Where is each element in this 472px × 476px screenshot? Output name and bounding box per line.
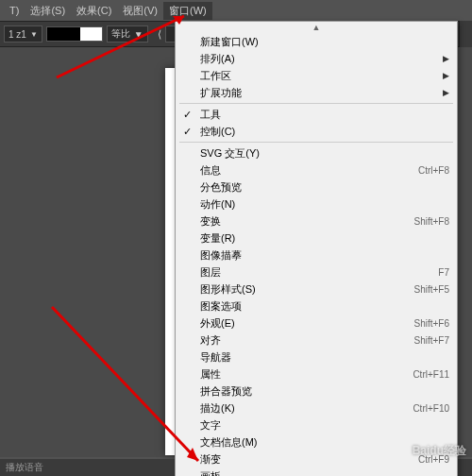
menu-shortcut: Shift+F5: [413, 284, 449, 295]
scroll-up-icon[interactable]: ▲: [176, 22, 457, 33]
menu-item-label: 工具: [200, 108, 449, 122]
menu-item[interactable]: 文字: [176, 416, 457, 434]
menu-shortcut: F7: [438, 267, 449, 278]
menu-item-label: 变换: [200, 214, 413, 229]
menu-item-label: SVG 交互(Y): [200, 146, 449, 161]
menu-item-label: 文字: [200, 418, 449, 433]
menu-item-label: 工作区: [200, 69, 443, 83]
status-text: 播放语音: [6, 461, 43, 474]
menu-item-label: 排列(A): [200, 52, 443, 66]
points-prefix: ⟨: [158, 28, 161, 41]
menu-item[interactable]: 动作(N): [176, 196, 457, 212]
menu-item-label: 对齐: [200, 333, 413, 348]
menu-item[interactable]: ✓控制(C): [176, 123, 457, 140]
menu-separator: [179, 103, 453, 104]
menu-shortcut: Shift+F6: [413, 318, 449, 329]
menu-item-label: 扩展功能: [200, 86, 443, 100]
menu-item[interactable]: 画板: [176, 468, 457, 476]
menu-item-label: 图案选项: [200, 299, 449, 314]
chevron-down-icon: ▼: [30, 30, 38, 39]
menu-item-label: 拼合器预览: [200, 384, 449, 399]
menu-shortcut: Ctrl+F10: [413, 403, 449, 414]
window-menu-dropdown: ▲ 新建窗口(W)排列(A)▶工作区▶扩展功能▶✓工具✓控制(C)SVG 交互(…: [175, 21, 458, 476]
menu-shortcut: Shift+F8: [413, 216, 449, 227]
menu-item[interactable]: 导航器: [176, 348, 457, 366]
menu-item[interactable]: 变量(R): [176, 230, 457, 246]
menu-item[interactable]: 工作区▶: [176, 67, 457, 84]
zoom-value: 1 z1: [8, 29, 26, 40]
menu-select[interactable]: 选择(S): [25, 2, 71, 20]
check-icon: ✓: [183, 126, 192, 138]
menu-item-label: 新建窗口(W): [200, 35, 449, 49]
menu-separator: [179, 142, 453, 143]
menu-effect[interactable]: 效果(C): [71, 2, 117, 20]
menu-item[interactable]: 扩展功能▶: [176, 84, 457, 101]
menu-view[interactable]: 视图(V): [117, 2, 163, 20]
menu-item-label: 变量(R): [200, 231, 449, 246]
menu-item[interactable]: 图像描摹: [176, 246, 457, 264]
menu-shortcut: Ctrl+F11: [413, 369, 449, 380]
menu-item-label: 信息: [200, 163, 418, 178]
menu-item[interactable]: 拼合器预览: [176, 382, 457, 400]
menu-item[interactable]: SVG 交互(Y): [176, 144, 457, 162]
check-icon: ✓: [183, 109, 192, 121]
menu-item[interactable]: 排列(A)▶: [176, 50, 457, 67]
menu-t[interactable]: T): [4, 3, 25, 18]
menu-item-label: 外观(E): [200, 316, 413, 331]
menu-item[interactable]: 描边(K)Ctrl+F10: [176, 400, 457, 416]
menu-item-label: 控制(C): [200, 125, 449, 139]
menu-item[interactable]: 图案选项: [176, 298, 457, 314]
menu-item-label: 渐变: [200, 452, 418, 467]
menu-item-label: 描边(K): [200, 401, 413, 416]
watermark: Baidu经验: [413, 443, 466, 459]
menu-item[interactable]: 信息Ctrl+F8: [176, 162, 457, 178]
menu-item[interactable]: 对齐Shift+F7: [176, 332, 457, 348]
menu-item-label: 画板: [200, 469, 449, 477]
menu-item-label: 图层: [200, 265, 438, 280]
menu-item[interactable]: 新建窗口(W): [176, 33, 457, 50]
menu-item-label: 导航器: [200, 350, 449, 365]
menu-item[interactable]: 外观(E)Shift+F6: [176, 314, 457, 332]
menu-item[interactable]: 分色预览: [176, 178, 457, 196]
menu-shortcut: Ctrl+F8: [418, 165, 449, 176]
chevron-down-icon: ▼: [134, 29, 143, 40]
stroke-style-select[interactable]: 等比 ▼: [107, 26, 148, 42]
stroke-preview[interactable]: [46, 26, 103, 42]
menu-item[interactable]: 图形样式(S)Shift+F5: [176, 280, 457, 298]
submenu-arrow-icon: ▶: [443, 71, 449, 80]
menu-item[interactable]: 变换Shift+F8: [176, 212, 457, 230]
menu-item[interactable]: 图层F7: [176, 264, 457, 280]
right-panel-strip: [459, 21, 472, 49]
menu-item-label: 动作(N): [200, 197, 449, 212]
submenu-arrow-icon: ▶: [443, 88, 449, 97]
menu-item-label: 图像描摹: [200, 248, 449, 263]
menu-shortcut: Shift+F7: [413, 335, 449, 346]
submenu-arrow-icon: ▶: [443, 54, 449, 63]
menu-item-label: 分色预览: [200, 180, 449, 195]
menu-item[interactable]: 属性Ctrl+F11: [176, 366, 457, 382]
menu-window[interactable]: 窗口(W): [163, 2, 212, 20]
menubar: T) 选择(S) 效果(C) 视图(V) 窗口(W): [0, 0, 472, 21]
menu-item-label: 属性: [200, 367, 413, 382]
zoom-select[interactable]: 1 z1 ▼: [4, 26, 42, 42]
menu-item[interactable]: ✓工具: [176, 106, 457, 123]
menu-item-label: 图形样式(S): [200, 282, 413, 297]
